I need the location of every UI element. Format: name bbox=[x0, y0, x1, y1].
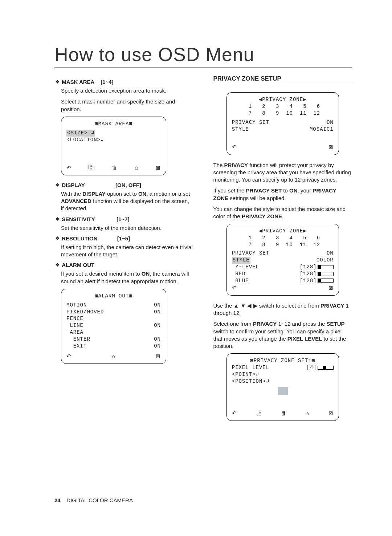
back-icon: ↶ bbox=[66, 353, 72, 360]
osd-title: ◙ALARM OUT◙ bbox=[66, 293, 161, 300]
resolution-range: [1~5] bbox=[117, 235, 130, 241]
mask-area-range: [1~4] bbox=[101, 79, 113, 85]
osd-row: <POSITION>↲ bbox=[232, 378, 334, 385]
mask-area-osd: ◙MASK AREA◙ <SIZE> ↲ <LOCATION>↲ ↶ ⿻ 🗑 ⌂… bbox=[61, 117, 166, 175]
osd-row: STYLECOLOR bbox=[232, 257, 334, 264]
osd-row: ENTERON bbox=[66, 336, 161, 343]
osd-row: RED[128] bbox=[232, 271, 334, 277]
home-icon: ⌂ bbox=[112, 353, 115, 360]
close-icon: ⊠ bbox=[328, 410, 334, 417]
sensitivity-desc: Set the sensitivity of the motion detect… bbox=[61, 224, 193, 232]
left-column: ❖ MASK AREA [1~4] Specify a detection ex… bbox=[54, 75, 193, 427]
mask-area-heading: ❖ MASK AREA [1~4] bbox=[54, 79, 193, 85]
display-range: [ON, OFF] bbox=[115, 182, 141, 188]
back-icon: ↶ bbox=[232, 284, 237, 292]
slider-icon bbox=[318, 272, 334, 276]
privacy-desc-2: If you set the PRIVACY SET to ON, your P… bbox=[213, 187, 352, 202]
slider-icon bbox=[318, 265, 334, 269]
close-icon: ⊠ bbox=[156, 353, 161, 360]
osd-row: PIXEL LEVEL[4] bbox=[232, 364, 334, 371]
mask-area-title: MASK AREA bbox=[62, 79, 94, 85]
osd-title: ◀PRIVACY ZONE▶ bbox=[232, 96, 334, 103]
page-number: 24 bbox=[54, 497, 61, 503]
copy-icon: ⿻ bbox=[89, 164, 94, 171]
osd-row: PRIVACY SETON bbox=[232, 119, 334, 126]
osd-row: EXITON bbox=[66, 343, 161, 350]
bullet-icon: ❖ bbox=[54, 79, 60, 85]
bullet-icon: ❖ bbox=[54, 182, 60, 188]
osd-nav-row: ↶ ⿻ 🗑 ⌂ ⊠ bbox=[232, 410, 334, 417]
sensitivity-heading: ❖ SENSITIVITY [1~7] bbox=[54, 216, 193, 222]
bullet-icon: ❖ bbox=[54, 235, 60, 241]
display-desc: With the DISPLAY option set to ON, a mot… bbox=[61, 190, 193, 212]
mask-area-desc-1: Specify a detection exception area to ma… bbox=[61, 87, 193, 94]
zone-numbers-row2: 7 8 9 10 11 12 bbox=[232, 110, 334, 117]
osd-row: <POINT>↲ bbox=[232, 371, 334, 378]
osd-row: FIXED/MOVEDON bbox=[66, 309, 161, 316]
osd-row: BLUE[128] bbox=[232, 277, 334, 284]
osd-nav-row: ↶ ⊠ bbox=[232, 143, 334, 151]
two-column-layout: ❖ MASK AREA [1~4] Specify a detection ex… bbox=[54, 75, 352, 427]
slider-icon bbox=[318, 366, 334, 370]
page-title: How to use OSD Menu bbox=[54, 44, 352, 68]
mask-area-desc-2: Select a mask number and specify the siz… bbox=[61, 98, 193, 113]
home-icon: ⌂ bbox=[306, 410, 309, 417]
privacy-zone-osd-2: ◀PRIVACY ZONE▶ 1 2 3 4 5 6 7 8 9 10 11 1… bbox=[226, 224, 339, 295]
privacy-desc-5: Select one from PRIVACY 1~12 and press t… bbox=[213, 320, 352, 350]
privacy-desc-3: You can change the style to adjust the m… bbox=[213, 206, 352, 220]
alarm-out-title: ALARM OUT bbox=[62, 262, 94, 268]
back-icon: ↶ bbox=[66, 164, 72, 171]
bullet-icon: ❖ bbox=[54, 216, 60, 222]
osd-nav-row: ↶ ⊠ bbox=[232, 284, 334, 292]
close-icon: ⊠ bbox=[328, 143, 334, 151]
preview-box bbox=[278, 387, 288, 395]
osd-row: FENCE bbox=[66, 315, 161, 322]
resolution-desc: If setting it to high, the camera can de… bbox=[61, 244, 193, 259]
page-footer: 24 – DIGITAL COLOR CAMERA bbox=[54, 497, 133, 503]
resolution-heading: ❖ RESOLUTION [1~5] bbox=[54, 235, 193, 241]
copy-icon: ⿻ bbox=[256, 410, 262, 417]
osd-row: PRIVACY SETON bbox=[232, 250, 334, 257]
sensitivity-range: [1~7] bbox=[117, 216, 129, 222]
osd-title: ◀PRIVACY ZONE▶ bbox=[232, 228, 334, 235]
zone-numbers-row2: 7 8 9 10 11 12 bbox=[232, 241, 334, 248]
close-icon: ⊠ bbox=[156, 164, 161, 171]
alarm-out-heading: ❖ ALARM OUT bbox=[54, 262, 193, 268]
osd-title: ◙PRIVACY ZONE SET1◙ bbox=[232, 357, 334, 364]
privacy-zone-osd-1: ◀PRIVACY ZONE▶ 1 2 3 4 5 6 7 8 9 10 11 1… bbox=[226, 92, 339, 155]
alarm-out-osd: ◙ALARM OUT◙ MOTIONON FIXED/MOVEDON FENCE… bbox=[61, 289, 166, 364]
alarm-out-desc: If you set a desired menu item to ON, th… bbox=[61, 270, 193, 285]
osd-row: LINEON bbox=[66, 322, 161, 329]
osd-line-size: <SIZE> ↲ bbox=[66, 130, 161, 137]
right-column: PRIVACY ZONE SETUP ◀PRIVACY ZONE▶ 1 2 3 … bbox=[213, 75, 352, 427]
home-icon: ⌂ bbox=[135, 164, 138, 171]
osd-nav-row: ↶ ⌂ ⊠ bbox=[66, 353, 161, 360]
delete-icon: 🗑 bbox=[281, 410, 287, 417]
resolution-title: RESOLUTION bbox=[62, 235, 97, 241]
sensitivity-title: SENSITIVITY bbox=[62, 216, 95, 222]
osd-row: Y-LEVEL[128] bbox=[232, 264, 334, 271]
privacy-desc-4: Use the ▲ ▼ ◀ ▶ switch to select one fro… bbox=[213, 302, 352, 317]
osd-row: STYLEMOSAIC1 bbox=[232, 126, 334, 133]
zone-numbers-row1: 1 2 3 4 5 6 bbox=[232, 235, 334, 241]
osd-title: ◙MASK AREA◙ bbox=[66, 121, 161, 127]
osd-row: MOTIONON bbox=[66, 302, 161, 309]
footer-label: – DIGITAL COLOR CAMERA bbox=[61, 497, 133, 503]
bullet-icon: ❖ bbox=[54, 262, 60, 268]
display-title: DISPLAY bbox=[62, 182, 85, 188]
zone-numbers-row1: 1 2 3 4 5 6 bbox=[232, 103, 334, 110]
back-icon: ↶ bbox=[232, 143, 237, 151]
back-icon: ↶ bbox=[232, 410, 237, 417]
manual-page: How to use OSD Menu ❖ MASK AREA [1~4] Sp… bbox=[0, 0, 392, 536]
slider-icon bbox=[318, 279, 334, 283]
osd-row: AREA bbox=[66, 329, 161, 336]
privacy-desc-1: The PRIVACY function will protect your p… bbox=[213, 162, 352, 184]
close-icon: ⊠ bbox=[328, 284, 334, 292]
privacy-zone-set1-osd: ◙PRIVACY ZONE SET1◙ PIXEL LEVEL[4] <POIN… bbox=[226, 353, 339, 421]
osd-nav-row: ↶ ⿻ 🗑 ⌂ ⊠ bbox=[66, 164, 161, 171]
osd-line-location: <LOCATION>↲ bbox=[66, 137, 161, 143]
delete-icon: 🗑 bbox=[112, 164, 118, 171]
privacy-zone-section-title: PRIVACY ZONE SETUP bbox=[213, 75, 352, 84]
display-heading: ❖ DISPLAY [ON, OFF] bbox=[54, 182, 193, 188]
